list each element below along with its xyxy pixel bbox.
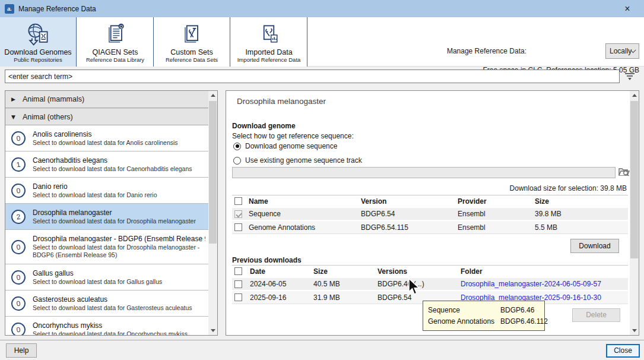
imported-data-icon — [256, 20, 282, 48]
download-genome-heading: Download genome — [232, 122, 296, 130]
group-label: Animal (others) — [23, 113, 73, 121]
tab-sublabel: Imported Reference Data — [237, 56, 301, 63]
radio-selected-icon — [233, 143, 241, 150]
detail-panel-scrollbar[interactable] — [630, 91, 639, 335]
list-item-gasterosteus-aculeatus[interactable]: 0 Gasterosteus aculeatus Select to downl… — [5, 290, 209, 317]
scroll-down-icon[interactable] — [208, 326, 217, 335]
tab-label: Imported Data — [245, 48, 292, 56]
help-button[interactable]: Help — [6, 343, 37, 358]
download-count-badge: 0 — [10, 130, 26, 146]
cell-date: 2025-09-16 — [250, 293, 313, 302]
list-item-caenorhabditis-elegans[interactable]: 1 Caenorhabditis elegans Select to downl… — [5, 151, 209, 178]
group-animal-others[interactable]: ▼ Animal (others) — [5, 108, 209, 125]
scrollbar-thumb[interactable] — [209, 101, 217, 244]
filter-icon[interactable] — [624, 72, 635, 83]
tab-custom-sets[interactable]: Custom Sets Reference Data Sets — [154, 17, 230, 67]
table-header-row: Date Size Versions Folder — [232, 265, 628, 278]
select-how-label: Select how to get reference sequence: — [232, 132, 354, 140]
detail-title: Drosophila melanogaster — [237, 97, 326, 106]
folder-link[interactable]: Drosophila_melanogaster-2024-06-05-09-57 — [461, 280, 628, 288]
species-description: Select to download latest data for Droso… — [33, 217, 196, 225]
scroll-up-icon[interactable] — [630, 91, 639, 100]
group-label: Animal (mammals) — [23, 95, 84, 103]
window-close-icon[interactable]: × — [619, 2, 636, 15]
location-dropdown[interactable]: Locally — [605, 43, 639, 59]
previous-downloads-heading: Previous downloads — [232, 256, 302, 264]
scroll-up-icon[interactable] — [208, 91, 217, 100]
download-count-badge: 0 — [10, 182, 26, 198]
footer-divider — [0, 340, 644, 340]
search-input[interactable] — [5, 70, 620, 83]
list-item-gallus-gallus[interactable]: 0 Gallus gallus Select to download lates… — [5, 264, 209, 290]
download-size-label: Download size for selection: 39.8 MB — [510, 184, 627, 192]
select-all-checkbox[interactable] — [234, 267, 242, 275]
cell-version: BDGP6.54 — [361, 210, 458, 218]
column-header: Folder — [461, 267, 628, 276]
cell-provider: Ensembl — [458, 210, 535, 218]
column-header: Size — [313, 267, 377, 276]
column-header: Provider — [458, 197, 535, 206]
close-button[interactable]: Close — [606, 344, 640, 358]
list-item-anolis-carolinensis[interactable]: 0 Anolis carolinensis Select to download… — [5, 125, 209, 151]
cell-size: 40.5 MB — [313, 280, 377, 288]
tooltip-label: Sequence — [428, 306, 500, 314]
species-description: Select to download latest data for Anoli… — [33, 139, 178, 147]
table-row-genome-annotations[interactable]: Genome Annotations BDGP6.54.115 Ensembl … — [232, 221, 628, 234]
existing-track-field[interactable] — [232, 167, 616, 178]
tab-imported-data[interactable]: Imported Data Imported Reference Data — [231, 17, 307, 67]
previous-downloads-table: Date Size Versions Folder 2024-06-05 40.… — [232, 265, 628, 304]
tab-sublabel: Reference Data Sets — [166, 56, 218, 63]
table-row-download-2024[interactable]: 2024-06-05 40.5 MB BDGP6.46 (...) Drosop… — [232, 278, 628, 291]
download-genomes-icon — [25, 20, 51, 48]
cell-date: 2024-06-05 — [250, 280, 313, 288]
window-title: Manage Reference Data — [18, 5, 96, 13]
column-header: Name — [249, 197, 361, 206]
list-item-drosophila-melanogaster[interactable]: 2 Drosophila melanogaster Select to down… — [5, 204, 209, 230]
tab-label: Download Genomes — [4, 48, 71, 56]
row-checkbox[interactable] — [234, 280, 242, 288]
species-name: Anolis carolinensis — [33, 130, 178, 139]
tooltip-value: BDGP6.46.112 — [500, 317, 548, 326]
download-button[interactable]: Download — [570, 239, 619, 253]
cell-size: 31.9 MB — [313, 293, 377, 302]
radio-use-existing-track[interactable]: Use existing genome sequence track — [233, 156, 362, 165]
scrollbar-thumb[interactable] — [630, 101, 638, 258]
species-list-scrollbar[interactable] — [208, 91, 217, 335]
download-count-badge: 0 — [10, 295, 26, 311]
species-description: Select to download latest data for Danio… — [33, 191, 157, 199]
table-row-sequence[interactable]: Sequence BDGP6.54 Ensembl 39.8 MB — [232, 208, 628, 221]
tab-download-genomes[interactable]: Download Genomes Public Repositories — [0, 17, 77, 67]
tooltip-label: Genome Annotations — [428, 317, 500, 326]
select-all-checkbox[interactable] — [234, 197, 242, 205]
collapsed-triangle-icon: ▶ — [11, 96, 17, 102]
list-item-oncorhynchus-mykiss[interactable]: 0 Oncorhynchus mykiss Select to download… — [5, 317, 209, 335]
tab-sublabel: Public Repositories — [14, 56, 62, 63]
tab-bar: Download Genomes Public Repositories Q Q… — [0, 17, 644, 67]
download-count-badge: 0 — [10, 239, 26, 255]
row-checkbox[interactable] — [234, 223, 242, 231]
list-item-danio-rerio[interactable]: 0 Danio rerio Select to download latest … — [5, 178, 209, 204]
versions-tooltip: Sequence BDGP6.46 Genome Annotations BDG… — [423, 301, 545, 331]
scroll-down-icon[interactable] — [630, 326, 639, 335]
radio-label: Download genome sequence — [245, 142, 337, 150]
species-name: Drosophila melanogaster — [33, 209, 196, 217]
row-checkbox[interactable] — [234, 293, 242, 301]
qiagen-sets-icon: Q — [102, 20, 128, 48]
tab-qiagen-sets[interactable]: Q QIAGEN Sets Reference Data Library — [77, 17, 154, 67]
cell-provider: Ensembl — [458, 223, 535, 232]
species-name: Caenorhabditis elegans — [33, 156, 192, 165]
title-bar: a. Manage Reference Data × — [0, 0, 644, 17]
delete-button[interactable]: Delete — [572, 308, 620, 322]
radio-download-genome-sequence[interactable]: Download genome sequence — [233, 142, 337, 150]
manage-reference-data-dialog: a. Manage Reference Data × Download Geno… — [0, 0, 644, 360]
cell-size: 39.8 MB — [535, 210, 628, 218]
species-name: Drosophila melanogaster - BDGP6 (Ensembl… — [33, 235, 205, 244]
column-header: Version — [361, 197, 458, 206]
group-animal-mammals[interactable]: ▶ Animal (mammals) — [5, 91, 209, 108]
browse-folder-icon[interactable] — [618, 166, 630, 178]
table-header-row: Name Version Provider Size — [232, 195, 628, 208]
cell-name: Sequence — [249, 210, 361, 218]
list-item-drosophila-bdgp6[interactable]: 0 Drosophila melanogaster - BDGP6 (Ensem… — [5, 230, 209, 264]
search-row — [0, 67, 644, 90]
cell-size: 5.5 MB — [535, 223, 628, 232]
